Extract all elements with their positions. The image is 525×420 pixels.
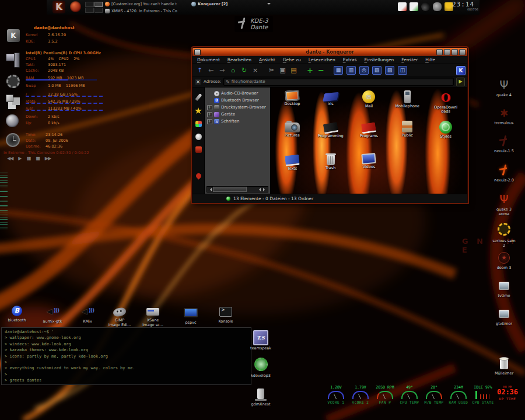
forward-icon[interactable]: → — [218, 66, 226, 74]
folder-desktop[interactable]: Desktop — [273, 89, 312, 119]
terminal-window[interactable]: dante@dantehost:~$ ' > wallpaper: www.gn… — [1, 327, 251, 385]
menu-item[interactable]: Gehe zu — [283, 57, 301, 62]
address-input[interactable]: ✎ file:/home/dante — [223, 78, 454, 86]
image-view-icon[interactable]: ▧ — [372, 66, 382, 75]
menu-item[interactable]: Bearbeiten — [228, 57, 251, 62]
tree-expander-icon[interactable]: + — [207, 112, 212, 117]
back-icon[interactable]: ← — [207, 66, 215, 74]
tree-item-bluetooth[interactable]: Bluetooth Browser — [207, 97, 270, 104]
bookmarks-star-icon[interactable] — [195, 107, 202, 114]
sticky-button[interactable] — [436, 49, 443, 55]
trash-shortcut[interactable]: Mülleimer — [484, 357, 524, 376]
folder-texts[interactable]: Texts — [273, 152, 312, 182]
gimp-shortcut[interactable]: GIMP Image Edi... — [101, 304, 138, 328]
taskbar-item-xmms[interactable]: XMMS - 4320. In Extremo - This Co — [105, 8, 189, 14]
nexuiz20-shortcut[interactable]: nexuiz-2.0 — [484, 163, 524, 183]
kdevelop3-shortcut[interactable]: kdevelop3 — [244, 357, 278, 379]
home-folder-icon[interactable] — [195, 146, 202, 153]
folder-operadownloads[interactable]: O OperaDownloads — [426, 89, 465, 119]
menu-item[interactable]: Ansicht — [259, 57, 275, 62]
scroll-left-icon[interactable] — [208, 188, 212, 191]
close-button[interactable] — [459, 49, 466, 55]
menu-item[interactable]: Extras — [343, 57, 357, 62]
copy-icon[interactable]: ▣ — [279, 66, 286, 74]
quake3-shortcut[interactable]: quake 3 arena — [484, 192, 524, 217]
pspvc-shortcut[interactable]: pspvc — [172, 304, 209, 326]
aumix-shortcut[interactable]: aumix-gtk — [34, 304, 71, 324]
quake4-shortcut[interactable]: quake 4 — [484, 78, 524, 98]
stop-button[interactable]: ■ — [36, 156, 40, 161]
menu-item[interactable]: Einstellungen — [364, 57, 394, 62]
notes-tray-icon[interactable] — [410, 2, 418, 11]
titlebar[interactable]: dante - Konqueror — [192, 48, 467, 56]
zoom-in-icon[interactable]: + — [306, 66, 314, 74]
folder-videos[interactable]: Videos — [350, 152, 388, 182]
menu-item[interactable]: Lesezeichen — [309, 57, 335, 62]
gtvtimer-shortcut[interactable]: gtvtimer — [484, 307, 524, 327]
horizontal-scrollbar[interactable] — [206, 186, 268, 192]
play-button[interactable]: ▶ — [18, 156, 21, 161]
icon-view-icon[interactable]: ▦ — [334, 66, 343, 75]
menu-item[interactable]: Hilfe — [425, 57, 435, 62]
forward-button[interactable]: ▶▶ — [45, 156, 51, 161]
red-pin-icon[interactable] — [195, 172, 202, 180]
serioussam2-shortcut[interactable]: serious sam 2 — [484, 222, 524, 249]
minimize-button[interactable] — [444, 49, 450, 55]
tree-expander-icon[interactable]: + — [207, 119, 212, 124]
tremulous-shortcut[interactable]: tremulous — [484, 106, 524, 126]
kde-logo-icon[interactable]: K — [456, 66, 466, 75]
tree-item-schriften[interactable]: + Schriften — [207, 118, 270, 125]
history-icon[interactable] — [195, 134, 202, 140]
folder-iris[interactable]: iris — [312, 89, 350, 119]
kmix-tray-icon[interactable] — [433, 2, 442, 11]
reload-icon[interactable]: ↻ — [240, 66, 248, 74]
doom3-shortcut[interactable]: doom 3 — [484, 251, 524, 271]
gdmxnest-shortcut[interactable]: gdmXnest — [244, 388, 278, 407]
zoom-out-icon[interactable]: − — [317, 66, 325, 74]
tree-item-audiocd[interactable]: Audio-CD-Browser — [207, 90, 270, 97]
teamspeak-shortcut[interactable]: T.S teamspeak — [244, 330, 278, 351]
split-view-icon[interactable]: ◫ — [398, 66, 407, 75]
konsole-shortcut[interactable]: Konsole — [207, 304, 244, 324]
clear-address-icon[interactable]: × — [195, 79, 201, 85]
taskbar-item-konqueror[interactable]: Konqueror [2] — [191, 1, 271, 7]
up-icon[interactable]: ↑ — [196, 66, 204, 74]
pause-button[interactable]: ▮▮ — [26, 156, 30, 161]
klipper-tray-icon[interactable] — [398, 2, 407, 11]
ksirc-bomb-tray-icon[interactable] — [421, 2, 430, 11]
home-icon[interactable]: ⌂ — [229, 66, 237, 74]
detail-view-icon[interactable]: ◎ — [359, 66, 369, 75]
stop-icon[interactable]: × — [251, 66, 259, 74]
scrollbar-thumb[interactable] — [213, 187, 247, 192]
paste-icon[interactable]: ▤ — [290, 66, 298, 74]
taskbar-item-firefox[interactable]: [Customize.org] You can't handle t — [105, 1, 189, 7]
multicolumn-view-icon[interactable]: ▥ — [346, 66, 356, 75]
folder-pictures[interactable]: Pictures — [273, 119, 312, 152]
folder-trash[interactable]: Trash — [312, 152, 350, 182]
xsane-shortcut[interactable]: XSane Image sc... — [134, 304, 172, 328]
menu-item[interactable]: Fenster — [401, 57, 418, 62]
folder-programming[interactable]: Programming — [312, 119, 350, 152]
bluetooth-shortcut[interactable]: bluetooth — [0, 304, 34, 323]
folder-programs[interactable]: Programs — [350, 119, 388, 152]
wrench-icon[interactable] — [195, 93, 202, 101]
cut-icon[interactable]: ✂ — [268, 66, 275, 74]
tvtime-shortcut[interactable]: tvtime — [484, 279, 524, 299]
services-icon[interactable] — [195, 121, 202, 127]
tree-expander-icon[interactable]: + — [207, 105, 212, 110]
browser-launcher-icon[interactable] — [70, 1, 81, 12]
tree-item-drucksystem[interactable]: + Drucksystem-Browser — [207, 104, 270, 111]
rewind-button[interactable]: ◀◀ — [7, 156, 13, 161]
scroll-left-icon[interactable] — [257, 188, 261, 191]
text-view-icon[interactable]: ▨ — [385, 66, 394, 75]
scroll-right-icon[interactable] — [263, 188, 267, 191]
folder-styles[interactable]: Styles — [426, 119, 465, 152]
menu-item[interactable]: Dokument — [197, 57, 220, 62]
go-button[interactable]: ▶ — [456, 78, 465, 86]
folder-mobilephone[interactable]: Mobilephone — [388, 89, 426, 119]
folder-mail[interactable]: ✉ Mail — [350, 89, 388, 119]
nexuiz15-shortcut[interactable]: nexuiz-1.5 — [484, 134, 524, 154]
tree-item-geraete[interactable]: + Geräte — [207, 111, 270, 118]
folder-public[interactable]: Public — [388, 119, 426, 152]
desktop-pager[interactable] — [85, 2, 103, 13]
